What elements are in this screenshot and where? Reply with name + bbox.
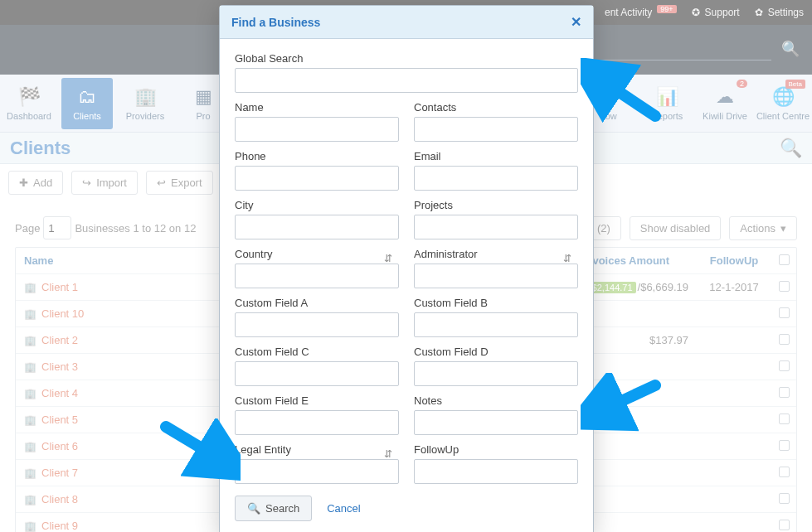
projects-input[interactable] [414, 215, 578, 239]
annotation-arrow [158, 418, 241, 485]
phone-input[interactable] [235, 166, 399, 191]
custom-field-a-input[interactable] [235, 312, 399, 337]
cancel-link[interactable]: Cancel [327, 502, 360, 515]
close-icon[interactable]: ✕ [571, 14, 581, 30]
global-search-input[interactable] [235, 68, 578, 93]
city-input[interactable] [235, 215, 399, 239]
administrator-select[interactable] [414, 264, 578, 288]
find-business-modal: Find a Business ✕ Global Search Name Con… [219, 5, 594, 532]
search-icon: 🔍 [247, 502, 260, 515]
custom-field-b-input[interactable] [414, 312, 578, 337]
contacts-input[interactable] [414, 117, 578, 142]
legal-entity-select[interactable] [235, 459, 399, 484]
custom-field-c-input[interactable] [235, 361, 399, 386]
search-button[interactable]: 🔍Search [235, 496, 312, 521]
annotation-arrow [581, 373, 664, 439]
custom-field-d-input[interactable] [414, 361, 578, 386]
notes-input[interactable] [414, 410, 578, 435]
modal-title: Find a Business [231, 16, 320, 29]
custom-field-e-input[interactable] [235, 410, 399, 435]
global-search-field: Global Search [235, 52, 578, 93]
followup-input[interactable] [414, 459, 578, 484]
email-input[interactable] [414, 166, 578, 191]
modal-header: Find a Business ✕ [220, 6, 593, 39]
annotation-arrow [581, 58, 664, 124]
name-input[interactable] [235, 117, 399, 142]
country-select[interactable] [235, 264, 399, 288]
